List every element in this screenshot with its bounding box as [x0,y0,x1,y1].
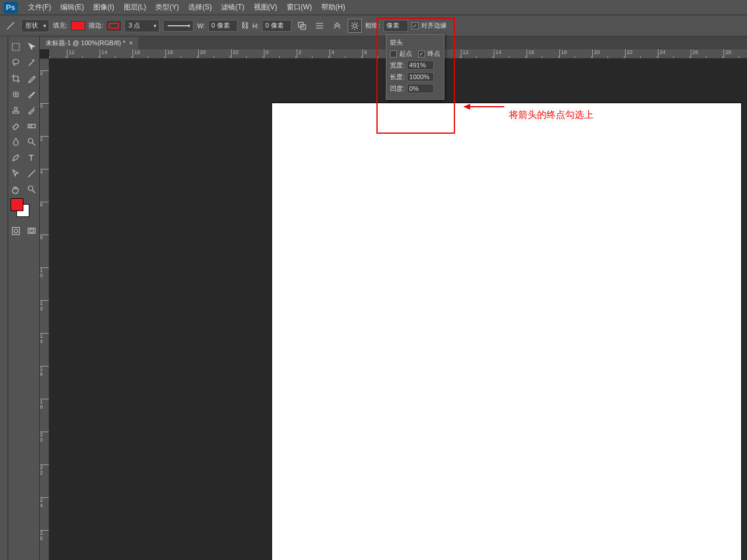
menu-window[interactable]: 窗口(W) [282,0,317,15]
svg-line-16 [32,142,35,145]
svg-rect-23 [28,228,35,233]
marquee-tool[interactable] [8,39,24,55]
svg-rect-7 [12,43,19,50]
path-select-tool[interactable] [8,165,24,181]
tab-close-icon[interactable]: × [129,39,133,46]
checkbox-icon [418,50,425,57]
line-shape-tool[interactable] [24,165,40,181]
eraser-tool[interactable] [8,118,24,134]
canvas-area: 未标题-1 @ 100%(RGB/8) * × 1214161820220246… [40,36,747,560]
menu-type[interactable]: 类型(Y) [151,0,184,15]
canvas[interactable] [272,103,741,560]
stamp-tool[interactable] [8,102,24,118]
screen-mode-icon[interactable] [24,223,40,239]
fg-color-swatch[interactable] [11,198,23,211]
wand-tool[interactable] [24,55,40,70]
weight-label: 粗细: [365,21,380,30]
align-edges-checkbox[interactable]: 对齐边缘 [412,21,447,30]
svg-rect-21 [12,228,19,235]
arrow-concavity-input[interactable] [407,84,434,93]
brush-tool[interactable] [24,86,40,102]
dodge-tool[interactable] [24,134,40,150]
arrow-concavity-label: 凹度: [390,84,405,93]
menu-view[interactable]: 视图(V) [249,0,282,15]
ruler-vertical: 202468101214161820222426 [40,59,49,560]
line-tool-icon [4,19,18,33]
pen-tool[interactable] [8,150,24,165]
arrow-length-input[interactable] [407,72,434,82]
history-brush-tool[interactable] [24,102,40,118]
options-bar: 形状 填充: 描边: 3 点 W: ⛓ H: 粗细: 对齐边缘 [0,15,747,36]
crop-tool[interactable] [8,70,24,86]
stroke-width-dropdown[interactable]: 3 点 [124,19,159,32]
check-icon [412,22,419,29]
color-swatches [8,197,39,220]
canvas-viewport[interactable] [49,59,747,560]
svg-point-22 [14,229,18,233]
menu-edit[interactable]: 编辑(E) [56,0,89,15]
menubar: Ps 文件(F) 编辑(E) 图像(I) 图层(L) 类型(Y) 选择(S) 滤… [0,0,747,15]
move-tool[interactable] [24,39,40,55]
arrow-end-checkbox[interactable]: 终点 [418,49,440,58]
tab-title: 未标题-1 @ 100%(RGB/8) * [46,39,125,47]
eyedropper-tool[interactable] [24,70,40,86]
checkbox-icon [390,50,397,57]
height-input[interactable] [262,20,291,32]
toolbox: T [8,36,40,560]
svg-line-18 [28,170,35,177]
height-label: H: [252,22,259,29]
menu-layer[interactable]: 图层(L) [119,0,151,15]
fill-label: 填充: [53,21,67,30]
menu-filter[interactable]: 滤镜(T) [216,0,249,15]
arrow-width-input[interactable] [407,60,434,70]
lasso-tool[interactable] [8,55,24,70]
svg-point-6 [353,24,356,28]
annotation-text: 将箭头的终点勾选上 [509,109,593,121]
menu-select[interactable]: 选择(S) [184,0,216,15]
arrange-icon[interactable] [330,19,344,33]
align-icon[interactable] [313,19,327,33]
heal-tool[interactable] [8,86,24,102]
arrow-length-label: 长度: [390,73,405,82]
tool-mode-dropdown[interactable]: 形状 [21,19,49,32]
svg-line-0 [7,22,14,29]
ps-logo: Ps [4,2,18,13]
stroke-label: 描边: [89,21,103,30]
path-ops-icon[interactable] [295,19,309,33]
zoom-tool[interactable] [24,181,40,197]
arrow-width-label: 宽度: [390,61,405,70]
blur-tool[interactable] [8,134,24,150]
gradient-tool[interactable] [24,118,40,134]
svg-point-19 [28,186,33,191]
menu-file[interactable]: 文件(F) [23,0,56,15]
stroke-style-dropdown[interactable] [163,20,193,32]
svg-marker-26 [463,104,470,110]
popover-title: 箭头 [390,38,440,47]
annotation-arrow-icon [463,103,504,110]
collapse-strip[interactable] [0,36,8,560]
width-input[interactable] [208,20,237,32]
arrow-start-checkbox[interactable]: 起点 [390,49,412,58]
width-label: W: [197,22,205,29]
stroke-swatch[interactable] [107,21,121,30]
document-tab[interactable]: 未标题-1 @ 100%(RGB/8) * × [40,37,138,49]
quick-mask-icon[interactable] [8,223,24,239]
svg-line-20 [32,190,35,193]
arrowhead-popover: 箭头 起点 终点 宽度: 长度: 凹度: [386,34,444,100]
svg-point-15 [28,138,33,143]
menu-help[interactable]: 帮助(H) [317,0,350,15]
fill-swatch[interactable] [71,21,85,30]
menu-image[interactable]: 图像(I) [89,0,118,15]
gear-icon[interactable] [348,19,362,33]
svg-text:T: T [29,153,34,162]
svg-rect-24 [30,229,33,232]
workspace: T 未标题-1 @ 100%(RGB/8) * × 12141618202202… [0,36,747,560]
hand-tool[interactable] [8,181,24,197]
link-wh-icon[interactable]: ⛓ [241,21,249,30]
weight-input[interactable] [383,20,408,32]
type-tool[interactable]: T [24,150,40,165]
